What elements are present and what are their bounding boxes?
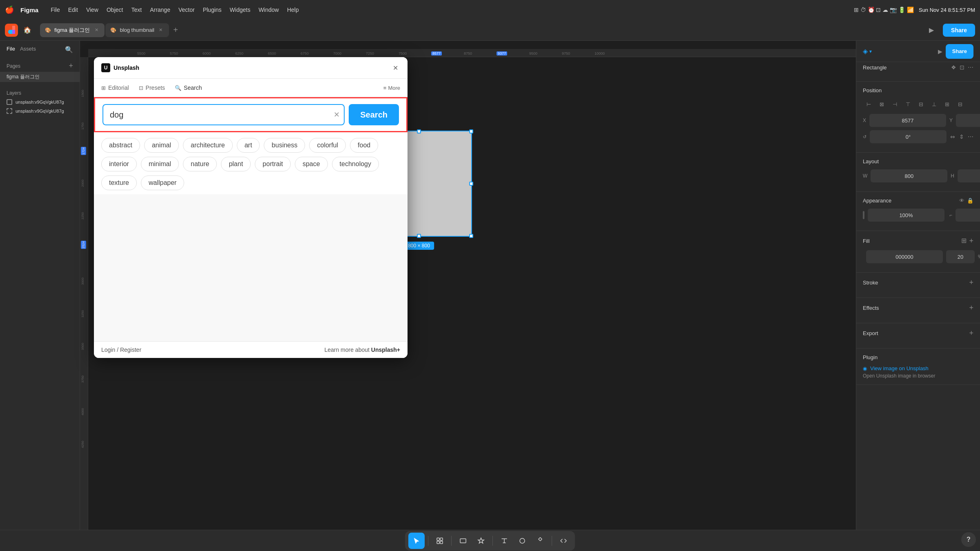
visibility-icon[interactable]: 👁	[959, 198, 964, 204]
tool-ellipse[interactable]	[514, 533, 530, 549]
align-right[interactable]: ⊣	[889, 98, 900, 110]
menu-vector[interactable]: Vector	[174, 5, 199, 15]
tag-portrait[interactable]: portrait	[255, 157, 291, 171]
tool-frame[interactable]	[432, 533, 448, 549]
tag-architecture[interactable]: architecture	[183, 138, 233, 153]
help-button[interactable]: ?	[961, 532, 976, 547]
lock-icon[interactable]: 🔒	[967, 198, 973, 204]
handle-bm[interactable]	[417, 234, 421, 238]
menu-help[interactable]: Help	[283, 5, 303, 15]
file-tab[interactable]: File	[7, 46, 15, 53]
add-page-icon[interactable]: +	[69, 62, 73, 70]
tool-text[interactable]	[496, 533, 512, 549]
search-clear-button[interactable]: ✕	[334, 110, 340, 119]
tool-pen[interactable]	[473, 533, 489, 549]
flip-h-icon[interactable]: ⇔	[950, 131, 956, 142]
view-on-unsplash-link[interactable]: ◉ View image on Unsplash	[863, 365, 973, 371]
tag-art[interactable]: art	[237, 138, 260, 153]
unsplash-search-button[interactable]: Search	[349, 104, 399, 125]
distribute-h[interactable]: ⊞	[941, 98, 953, 110]
tool-component[interactable]	[532, 533, 548, 549]
h-input[interactable]	[958, 169, 980, 182]
tool-cursor[interactable]	[408, 533, 425, 549]
figma-logo[interactable]	[5, 24, 18, 37]
nav-search[interactable]: 🔍 Search	[175, 82, 202, 93]
design-dropdown[interactable]: ▾	[869, 49, 872, 54]
fill-plus[interactable]: +	[969, 237, 973, 245]
component-icon[interactable]: ❖	[951, 64, 956, 71]
align-left[interactable]: ⊢	[863, 98, 874, 110]
menu-object[interactable]: Object	[102, 5, 127, 15]
menu-widgets[interactable]: Widgets	[226, 5, 255, 15]
tab-blog-thumbnail[interactable]: 🎨 blog thumbnail ✕	[105, 23, 169, 37]
more-icon[interactable]: ⋯	[968, 64, 973, 71]
handle-tr[interactable]	[469, 129, 473, 133]
w-input[interactable]	[871, 169, 947, 182]
corner-input[interactable]	[956, 209, 980, 222]
menu-arrange[interactable]: Arrange	[146, 5, 174, 15]
tool-code[interactable]	[555, 533, 572, 549]
menu-file[interactable]: File	[47, 5, 64, 15]
layer-item-1[interactable]: unsplash:v9GqVgkU87g	[0, 98, 80, 107]
tag-business[interactable]: business	[264, 138, 305, 153]
unsplash-close-button[interactable]: ✕	[390, 63, 400, 73]
prototype-play-icon[interactable]: ▶	[938, 48, 942, 55]
instance-icon[interactable]: ⊡	[960, 64, 964, 71]
tab-figma-plugin[interactable]: 🎨 figma 플러그인 ✕	[40, 23, 105, 37]
page-item-1[interactable]: figma 플러그인	[0, 72, 80, 82]
fill-add-icon[interactable]: ⊞	[961, 237, 967, 245]
export-plus[interactable]: +	[969, 329, 973, 338]
tag-plant[interactable]: plant	[221, 157, 251, 171]
menu-plugins[interactable]: Plugins	[199, 5, 226, 15]
flip-v-icon[interactable]: ⇕	[959, 131, 964, 142]
align-top[interactable]: ⊤	[902, 98, 913, 110]
tag-technology[interactable]: technology	[332, 157, 379, 171]
nav-editorial[interactable]: ⊞ Editorial	[101, 82, 129, 93]
tag-minimal[interactable]: minimal	[141, 157, 179, 171]
y-input[interactable]	[956, 114, 980, 127]
share-button-right[interactable]: Share	[946, 44, 973, 59]
nav-more[interactable]: ≡ More	[383, 85, 400, 91]
home-button[interactable]: 🏠	[21, 24, 33, 36]
tag-texture[interactable]: texture	[101, 176, 137, 190]
tab-figma-plugin-close[interactable]: ✕	[93, 27, 100, 33]
align-center-h[interactable]: ⊠	[876, 98, 887, 110]
unsplash-search-input[interactable]	[102, 104, 345, 125]
play-button[interactable]: ▶	[925, 24, 938, 37]
rotation-input[interactable]	[870, 130, 947, 143]
handle-mr[interactable]	[469, 182, 473, 186]
nav-presets[interactable]: ⊡ Presets	[139, 82, 165, 93]
menu-edit[interactable]: Edit	[64, 5, 82, 15]
tag-nature[interactable]: nature	[183, 157, 217, 171]
design-icon[interactable]: ◈	[863, 47, 868, 55]
tab-blog-thumbnail-close[interactable]: ✕	[158, 27, 164, 33]
align-center-v[interactable]: ⊟	[915, 98, 927, 110]
layer-item-2[interactable]: unsplash:v9GqVgkU87g	[0, 107, 80, 116]
effects-plus[interactable]: +	[969, 304, 973, 312]
tag-animal[interactable]: animal	[144, 138, 179, 153]
fill-opacity-input[interactable]	[946, 250, 975, 263]
align-bottom[interactable]: ⊥	[928, 98, 940, 110]
opacity-input[interactable]	[868, 209, 944, 222]
x-input[interactable]	[869, 114, 946, 127]
handle-tm[interactable]	[417, 129, 421, 133]
share-button[interactable]: Share	[943, 24, 975, 37]
search-layers-icon[interactable]: 🔍	[65, 46, 73, 53]
tool-rectangle[interactable]	[455, 533, 471, 549]
handle-br[interactable]	[469, 234, 473, 238]
tag-colorful[interactable]: colorful	[309, 138, 346, 153]
login-register-link[interactable]: Login / Register	[101, 347, 141, 353]
add-tab-button[interactable]: +	[170, 24, 181, 36]
tag-food[interactable]: food	[350, 138, 378, 153]
stroke-plus[interactable]: +	[969, 278, 973, 287]
tag-abstract[interactable]: abstract	[101, 138, 140, 153]
fill-color-input[interactable]	[866, 250, 943, 263]
menu-window[interactable]: Window	[254, 5, 283, 15]
more-rotation-icon[interactable]: ⋯	[968, 131, 973, 142]
assets-tab[interactable]: Assets	[20, 46, 36, 53]
learn-more-link[interactable]: Unsplash+	[371, 347, 400, 353]
tag-space[interactable]: space	[295, 157, 328, 171]
apple-menu[interactable]: 🍎	[5, 5, 14, 14]
menu-view[interactable]: View	[82, 5, 102, 15]
tag-wallpaper[interactable]: wallpaper	[141, 176, 184, 190]
